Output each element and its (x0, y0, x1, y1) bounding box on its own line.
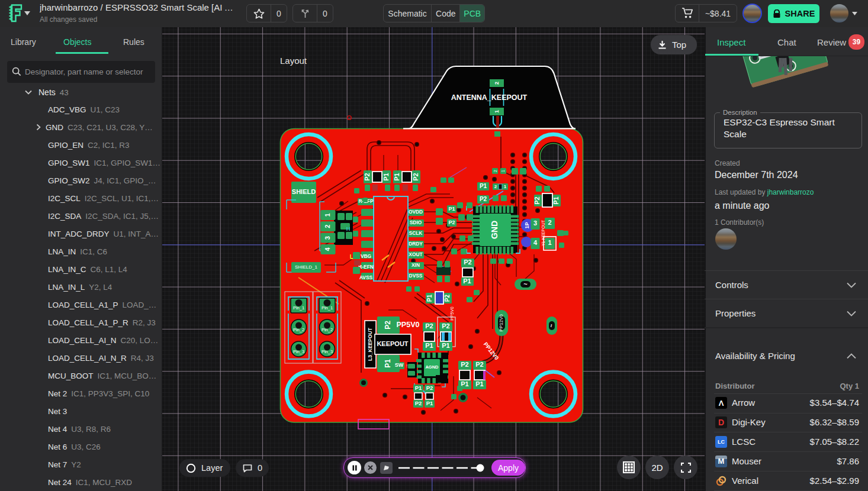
svg-text:SHIELD_1: SHIELD_1 (295, 264, 317, 270)
svg-text:P1: P1 (415, 385, 422, 391)
svg-text:2: 2 (324, 225, 331, 228)
svg-text:ANTENNA_KEEPOUT: ANTENNA_KEEPOUT (451, 93, 528, 102)
svg-text:~: ~ (548, 324, 555, 327)
svg-text:P2: P2 (475, 361, 483, 368)
svg-text:1: 1 (504, 184, 507, 189)
svg-text:2: 2 (494, 184, 497, 189)
svg-text:P2: P2 (412, 173, 419, 180)
svg-text:Pin_2: Pin_2 (293, 327, 304, 332)
svg-text:P1: P1 (426, 400, 433, 406)
svg-text:1: 1 (494, 110, 500, 113)
svg-text:~: ~ (523, 280, 528, 288)
svg-text:P2: P2 (426, 385, 433, 391)
svg-text:P1: P1 (382, 173, 390, 180)
svg-text:SW: SW (395, 362, 404, 368)
svg-text:XIN: XIN (412, 262, 420, 268)
svg-text:P2: P2 (461, 361, 468, 368)
svg-text:P2: P2 (442, 322, 449, 330)
svg-text:L3_KEEPOUT: L3_KEEPOUT (367, 327, 373, 361)
svg-text:4: 4 (533, 239, 538, 246)
svg-text:AVSS: AVSS (359, 274, 373, 280)
svg-text:OVDD: OVDD (409, 209, 423, 215)
svg-text:P2: P2 (425, 322, 433, 330)
svg-text:2: 2 (493, 170, 497, 172)
svg-text:SHIELD: SHIELD (292, 188, 316, 195)
svg-text:3: 3 (324, 236, 331, 240)
svg-text:SDIO: SDIO (410, 219, 422, 225)
svg-text:R-EFN: R-EFN (358, 264, 374, 270)
svg-text:P1: P1 (448, 206, 455, 212)
svg-text:4: 4 (324, 247, 331, 251)
svg-text:P2: P2 (533, 196, 541, 204)
svg-text:VBG: VBG (361, 253, 371, 259)
svg-text:DRDY: DRDY (409, 241, 423, 247)
svg-text:Pin_1: Pin_1 (293, 305, 304, 311)
svg-text:Pin_3: Pin_3 (293, 349, 304, 354)
svg-text:Pin_2: Pin_2 (322, 327, 333, 332)
svg-text:1: 1 (548, 239, 551, 246)
svg-text:P1: P1 (463, 277, 471, 285)
svg-text:Y1 KEEPOUT: Y1 KEEPOUT (541, 219, 545, 246)
svg-text:Pin_1: Pin_1 (322, 305, 333, 311)
svg-text:1: 1 (501, 170, 505, 172)
svg-text:1P: 1P (524, 222, 530, 228)
svg-text:2: 2 (494, 82, 500, 85)
svg-text:P1: P1 (393, 173, 400, 180)
svg-text:1: 1 (324, 213, 331, 217)
svg-text:P2: P2 (480, 196, 487, 202)
svg-text:AGND: AGND (425, 364, 439, 370)
svg-text:KEEPOUT: KEEPOUT (377, 340, 408, 347)
svg-text:P2: P2 (464, 259, 471, 266)
svg-text:2: 2 (548, 219, 551, 226)
svg-text:PP5V0: PP5V0 (397, 321, 420, 329)
svg-text:P2: P2 (448, 219, 455, 225)
svg-text:P1: P1 (425, 342, 433, 349)
svg-text:P1: P1 (384, 359, 392, 368)
svg-text:XOUT: XOUT (409, 251, 423, 257)
svg-text:P2: P2 (364, 173, 371, 180)
svg-text:P1: P1 (480, 183, 487, 189)
svg-text:P2: P2 (444, 294, 451, 302)
svg-text:P1: P1 (442, 342, 449, 349)
svg-text:PP5V0: PP5V0 (449, 306, 455, 320)
svg-text:P2: P2 (384, 321, 392, 330)
svg-text:P2: P2 (415, 400, 422, 406)
svg-text:P1: P1 (552, 196, 560, 204)
svg-text:P1: P1 (475, 380, 483, 387)
svg-text:Pin_3: Pin_3 (322, 349, 333, 354)
svg-text:PP12V0: PP12V0 (499, 314, 504, 332)
svg-text:SCLK: SCLK (409, 230, 423, 236)
svg-text:3: 3 (533, 219, 537, 227)
svg-text:P1: P1 (426, 294, 433, 302)
svg-text:DVSS: DVSS (409, 273, 423, 279)
svg-text:GND: GND (490, 221, 499, 239)
